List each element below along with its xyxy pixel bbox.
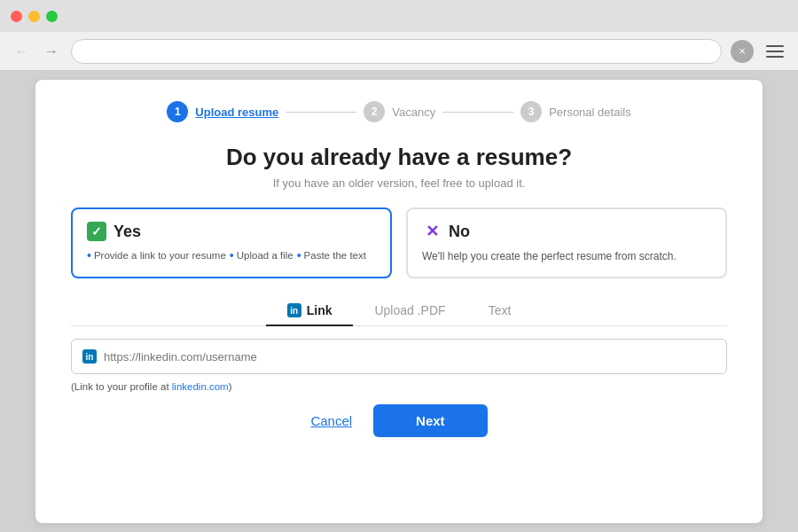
linkedin-icon: in bbox=[287, 303, 301, 317]
tab-upload-label: Upload .PDF bbox=[374, 303, 445, 317]
url-input[interactable] bbox=[71, 39, 722, 64]
input-linkedin-icon: in bbox=[82, 349, 97, 364]
bullet-paste: Paste the text bbox=[297, 248, 366, 262]
browser-menu-button[interactable] bbox=[763, 43, 787, 59]
bullet-upload: Upload a file bbox=[230, 248, 293, 262]
back-button[interactable]: ← bbox=[11, 41, 32, 62]
yes-card-bullets: Provide a link to your resume Upload a f… bbox=[87, 248, 376, 262]
step-line-2 bbox=[442, 112, 513, 113]
step-2-num: 2 bbox=[364, 101, 385, 122]
forward-button[interactable]: → bbox=[41, 41, 62, 62]
x-icon: ✕ bbox=[422, 222, 442, 241]
page-subheading: If you have an older version, feel free … bbox=[71, 176, 727, 190]
bullet-link: Provide a link to your resume bbox=[87, 248, 226, 262]
main-content: 1 Upload resume 2 Vacancy 3 Personal det… bbox=[35, 80, 763, 523]
browserbar: ← → × bbox=[0, 32, 798, 71]
no-card-title: ✕ No bbox=[422, 222, 711, 241]
footer: Cancel Next bbox=[71, 404, 727, 437]
no-label: No bbox=[449, 223, 470, 241]
step-2[interactable]: 2 Vacancy bbox=[364, 101, 435, 122]
step-1-num: 1 bbox=[167, 101, 188, 122]
linkedin-link[interactable]: linkedin.com bbox=[172, 381, 229, 392]
step-3-num: 3 bbox=[520, 101, 542, 122]
tab-text[interactable]: Text bbox=[467, 296, 533, 326]
input-hint: (Link to your profile at linkedin.com) bbox=[71, 381, 727, 392]
step-3[interactable]: 3 Personal details bbox=[520, 101, 631, 122]
step-1-label: Upload resume bbox=[195, 106, 278, 119]
tab-text-label: Text bbox=[489, 303, 512, 317]
titlebar bbox=[0, 0, 798, 32]
page-title: Do you already have a resume? bbox=[71, 144, 727, 171]
maximize-dot[interactable] bbox=[46, 11, 58, 22]
tab-link-label: Link bbox=[307, 303, 332, 317]
step-2-label: Vacancy bbox=[392, 106, 435, 119]
cancel-button[interactable]: Cancel bbox=[310, 413, 352, 428]
tab-upload[interactable]: Upload .PDF bbox=[353, 296, 466, 326]
linkedin-url-input[interactable] bbox=[104, 350, 716, 364]
next-button[interactable]: Next bbox=[373, 404, 488, 437]
url-input-row: in bbox=[71, 339, 727, 374]
tab-link[interactable]: in Link bbox=[266, 296, 354, 326]
tabs-container: in Link Upload .PDF Text bbox=[71, 296, 727, 326]
close-dot[interactable] bbox=[11, 11, 22, 22]
yes-label: Yes bbox=[113, 223, 141, 241]
no-card[interactable]: ✕ No We'll help you create the perfect r… bbox=[406, 207, 727, 278]
step-3-label: Personal details bbox=[549, 106, 631, 119]
step-line-1 bbox=[286, 112, 356, 113]
no-card-desc: We'll help you create the perfect resume… bbox=[422, 248, 711, 264]
yes-card-title: ✓ Yes bbox=[87, 222, 376, 241]
step-1[interactable]: 1 Upload resume bbox=[167, 101, 278, 122]
stepper: 1 Upload resume 2 Vacancy 3 Personal det… bbox=[71, 101, 727, 122]
yes-card[interactable]: ✓ Yes Provide a link to your resume Uplo… bbox=[71, 207, 392, 278]
cards-container: ✓ Yes Provide a link to your resume Uplo… bbox=[71, 207, 727, 278]
browser-close-button[interactable]: × bbox=[731, 40, 754, 63]
check-icon: ✓ bbox=[87, 222, 106, 241]
minimize-dot[interactable] bbox=[28, 11, 40, 22]
